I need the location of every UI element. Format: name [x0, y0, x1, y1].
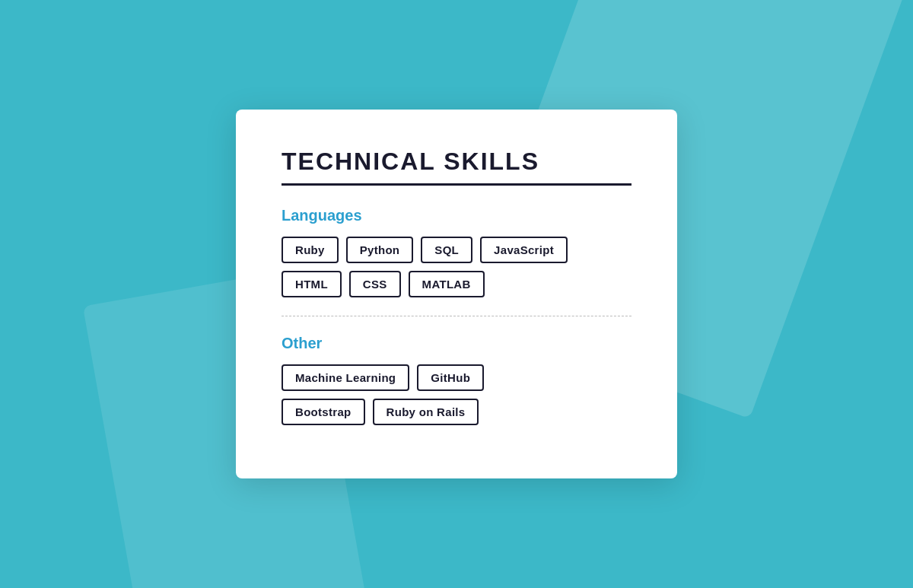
tag-javascript: JavaScript	[480, 237, 568, 263]
section-divider	[282, 316, 631, 316]
tag-ruby-on-rails: Ruby on Rails	[373, 399, 479, 425]
tag-matlab: MATLAB	[409, 271, 485, 297]
tag-ruby: Ruby	[282, 237, 339, 263]
section-title: TECHNICAL SKILLS	[282, 148, 631, 186]
tag-machine-learning: Machine Learning	[282, 364, 409, 391]
tag-sql: SQL	[421, 237, 472, 263]
languages-row-1: Ruby Python SQL JavaScript	[282, 237, 631, 263]
other-row-2: Bootstrap Ruby on Rails	[282, 399, 631, 425]
skills-card: TECHNICAL SKILLS Languages Ruby Python S…	[236, 110, 677, 478]
other-heading: Other	[282, 335, 631, 352]
tag-python: Python	[346, 237, 414, 263]
languages-row-2: HTML CSS MATLAB	[282, 271, 631, 297]
tag-github: GitHub	[417, 364, 484, 391]
tag-css: CSS	[349, 271, 401, 297]
other-row-1: Machine Learning GitHub	[282, 364, 631, 391]
tag-html: HTML	[282, 271, 342, 297]
tag-bootstrap: Bootstrap	[282, 399, 365, 425]
languages-heading: Languages	[282, 207, 631, 224]
other-section: Other Machine Learning GitHub Bootstrap …	[282, 335, 631, 425]
languages-section: Languages Ruby Python SQL JavaScript HTM…	[282, 207, 631, 297]
